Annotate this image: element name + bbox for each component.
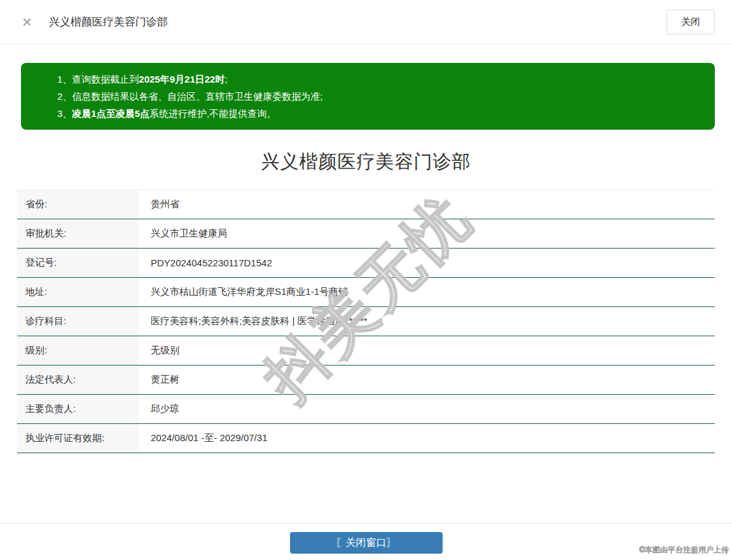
- row-value: 黄正树: [139, 365, 715, 394]
- notice-line-text: 查询数据截止到: [72, 74, 139, 85]
- close-window-button[interactable]: 〖关闭窗口〗: [290, 532, 443, 554]
- row-label: 登记号:: [17, 249, 139, 277]
- notice-line-text: 信息数据结果以各省、自治区、直辖市卫生健康委数据为准;: [72, 91, 322, 102]
- row-label: 诊疗科目:: [17, 307, 139, 336]
- table-row: 审批机关:兴义市卫生健康局: [17, 219, 715, 249]
- row-value: 贵州省: [139, 190, 715, 219]
- close-button[interactable]: 关闭: [666, 10, 715, 34]
- notice-line: 2、信息数据结果以各省、自治区、直辖市卫生健康委数据为准;: [57, 88, 702, 105]
- table-row: 省份:贵州省: [17, 190, 715, 219]
- notice-line: 3、凌晨1点至凌晨5点系统进行维护,不能提供查询。: [57, 105, 702, 122]
- table-row: 主要负责人:邱少琼: [17, 395, 715, 424]
- table-row: 执业许可证有效期:2024/08/01 -至- 2029/07/31: [17, 424, 715, 453]
- notice-line-number: 3、: [57, 108, 72, 119]
- footer-divider: [0, 523, 732, 524]
- table-row: 诊疗科目:医疗美容科;美容外科;美容皮肤科 | 医学检验科******: [17, 307, 715, 336]
- notice-line: 1、查询数据截止到2025年9月21日22时;: [57, 71, 702, 88]
- row-label: 地址:: [17, 278, 139, 306]
- table-row: 登记号:PDY20240452230117D1542: [17, 249, 715, 278]
- close-x-icon[interactable]: ✕: [22, 16, 32, 29]
- row-label: 审批机关:: [17, 219, 139, 248]
- row-value: 兴义市卫生健康局: [139, 219, 715, 248]
- row-value: PDY20240452230117D1542: [139, 249, 715, 277]
- institution-info-table: 省份:贵州省审批机关:兴义市卫生健康局登记号:PDY20240452230117…: [17, 189, 715, 453]
- header-title: 兴义楷颜医疗美容门诊部: [49, 15, 168, 29]
- table-row: 级别:无级别: [17, 336, 715, 365]
- header-bar: ✕ 兴义楷颜医疗美容门诊部 关闭: [0, 0, 732, 44]
- table-row: 法定代表人:黄正树: [17, 365, 715, 395]
- notice-line-number: 1、: [57, 74, 72, 85]
- row-value: 兴义市桔山街道飞洋华府龙岸S1商业1-1号商铺: [139, 278, 715, 306]
- license-detail-page: ✕ 兴义楷颜医疗美容门诊部 关闭 1、查询数据截止到2025年9月21日22时;…: [0, 0, 732, 560]
- row-value: 无级别: [139, 336, 715, 365]
- row-label: 执业许可证有效期:: [17, 424, 139, 453]
- row-label: 主要负责人:: [17, 395, 139, 423]
- row-label: 省份:: [17, 190, 139, 219]
- institution-title: 兴义楷颜医疗美容门诊部: [0, 149, 732, 175]
- table-row: 地址:兴义市桔山街道飞洋华府龙岸S1商业1-1号商铺: [17, 278, 715, 307]
- row-label: 级别:: [17, 336, 139, 365]
- row-value: 邱少琼: [139, 395, 715, 423]
- row-value: 医疗美容科;美容外科;美容皮肤科 | 医学检验科******: [139, 307, 715, 336]
- notice-line-text: 系统进行维护,不能提供查询。: [149, 108, 276, 119]
- notice-line-text: ;: [224, 74, 227, 85]
- copyright-watermark: ©本图由平台注册用户上传: [639, 545, 729, 556]
- row-label: 法定代表人:: [17, 365, 139, 394]
- row-value: 2024/08/01 -至- 2029/07/31: [139, 424, 715, 453]
- notice-line-text: 2025年9月21日22时: [139, 74, 224, 85]
- notice-box: 1、查询数据截止到2025年9月21日22时;2、信息数据结果以各省、自治区、直…: [21, 63, 715, 130]
- notice-line-number: 2、: [57, 91, 72, 102]
- notice-line-text: 凌晨1点至凌晨5点: [72, 108, 149, 119]
